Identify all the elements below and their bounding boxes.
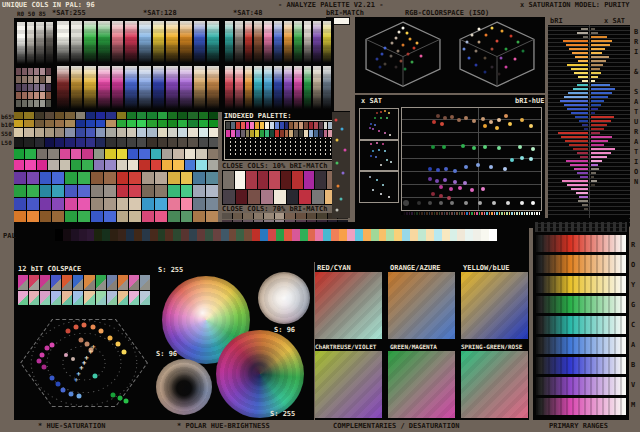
color-swatch: [150, 229, 158, 241]
color-swatch: [421, 212, 423, 215]
color-swatch: [243, 213, 253, 219]
color-swatch: [236, 130, 240, 137]
color-swatch: [347, 229, 355, 241]
data-point: [478, 201, 482, 205]
color-swatch: [294, 130, 298, 137]
color-swatch: [128, 149, 138, 159]
color-swatch: [261, 190, 273, 204]
data-point: [439, 185, 443, 189]
polar-hue-brightness-panel: S: 255 S: 96 S: 96 S: 255: [154, 262, 314, 420]
sat-48-toggle[interactable]: *SAT:48: [233, 9, 263, 17]
data-point: [384, 62, 387, 65]
color-swatch: [434, 212, 436, 215]
pal-strip[interactable]: [55, 229, 497, 241]
color-swatch: [87, 229, 95, 241]
data-point: [432, 120, 436, 124]
data-point: [389, 134, 391, 136]
indexed-row-2[interactable]: [226, 130, 342, 137]
color-swatch: [117, 160, 127, 170]
data-point: [402, 43, 405, 46]
color-swatch: [91, 172, 103, 184]
strip-l50: [14, 138, 218, 147]
color-swatch: [241, 122, 245, 129]
data-point: [450, 201, 454, 205]
color-ramp: [125, 21, 137, 63]
close-cols-70-label[interactable]: CLOSE COLS: 70% bRI-MATCh: [222, 205, 327, 213]
sat-128-toggle[interactable]: *SAT:128: [143, 9, 177, 17]
data-point: [370, 123, 372, 125]
sat-255-toggle[interactable]: *SAT:255: [52, 9, 86, 17]
duotone-cell: [118, 275, 128, 290]
data-point: [68, 391, 73, 396]
histogram-bar: [591, 80, 595, 82]
strip-s50: [14, 128, 218, 137]
data-point: [121, 350, 126, 355]
color-swatch: [14, 120, 23, 127]
color-swatch: [106, 138, 115, 147]
data-point: [382, 143, 384, 145]
xsat-mini-plot-3: [359, 170, 399, 203]
data-point: [79, 337, 84, 342]
data-point: [382, 184, 384, 186]
color-swatch: [209, 120, 218, 127]
sphere3-label: S: 96: [156, 350, 177, 358]
histogram-bar: [569, 48, 588, 50]
tab-primary-ranges[interactable]: PRIMARY RANGES: [549, 422, 608, 430]
data-point: [386, 159, 388, 161]
close-cols-10-label[interactable]: CLOSE COLS: 10% bRI-MATCh: [222, 162, 327, 170]
histogram-bar: [577, 32, 588, 34]
color-swatch: [524, 212, 526, 215]
color-swatch: [126, 229, 134, 241]
color-swatch: [285, 122, 289, 129]
histogram-bar: [577, 152, 588, 154]
color-swatch: [300, 229, 308, 241]
color-ramp: [112, 66, 124, 109]
hue-saturation-panel: 12 bIT COLSPACE +++++++: [14, 262, 154, 420]
bri-match-toggle[interactable]: bRI-MATCh: [326, 9, 364, 17]
color-swatch: [105, 149, 115, 159]
data-point: [400, 59, 403, 62]
range-letter: G: [631, 301, 639, 309]
tab-complementaries[interactable]: COMPLEMENTARIES / DESATURATION: [333, 422, 459, 430]
tab-hue-saturation[interactable]: * HUE-SATURATION: [38, 422, 105, 430]
color-swatch: [307, 213, 317, 219]
sphere1-label: S: 255: [158, 266, 183, 274]
data-point: [374, 124, 376, 126]
data-point: [45, 346, 50, 351]
color-swatch: [178, 120, 187, 127]
comp-square-red-cyan: [315, 272, 382, 339]
color-ramp: [153, 66, 165, 109]
duotone-cell: [40, 291, 50, 305]
data-point: [337, 185, 340, 188]
color-swatch: [127, 128, 136, 137]
iso-cube-left: [359, 19, 447, 91]
color-ramp: [166, 21, 178, 63]
color-ramp: [323, 66, 331, 109]
iso-cube-right: [453, 19, 541, 91]
data-point: [39, 352, 44, 357]
color-swatch: [280, 130, 284, 137]
color-swatch: [25, 149, 35, 159]
data-point: [481, 187, 485, 191]
color-swatch: [479, 212, 481, 215]
indexed-row-1[interactable]: [226, 122, 342, 129]
histogram-bar: [568, 92, 588, 94]
data-point: [390, 161, 392, 163]
histogram-bar: [591, 96, 608, 98]
color-swatch: [173, 149, 183, 159]
color-swatch: [45, 120, 54, 127]
color-cell: [34, 84, 39, 91]
strip-row5: [14, 198, 218, 210]
saturation-model-toggle[interactable]: x SATURATION MODEL: PURITY: [520, 1, 630, 9]
data-point: [384, 132, 386, 134]
histogram-bar: [582, 204, 588, 206]
tab-polar-hue-brightness[interactable]: * POLAR HUE-BRIGHTNESS: [177, 422, 270, 430]
color-ramp: [153, 21, 165, 63]
color-swatch: [521, 212, 523, 215]
color-cell: [46, 76, 51, 83]
color-swatch: [486, 212, 488, 215]
duotone-cell: [40, 275, 50, 290]
histogram-bar: [571, 188, 588, 190]
color-swatch: [14, 112, 23, 119]
data-point: [462, 48, 465, 51]
